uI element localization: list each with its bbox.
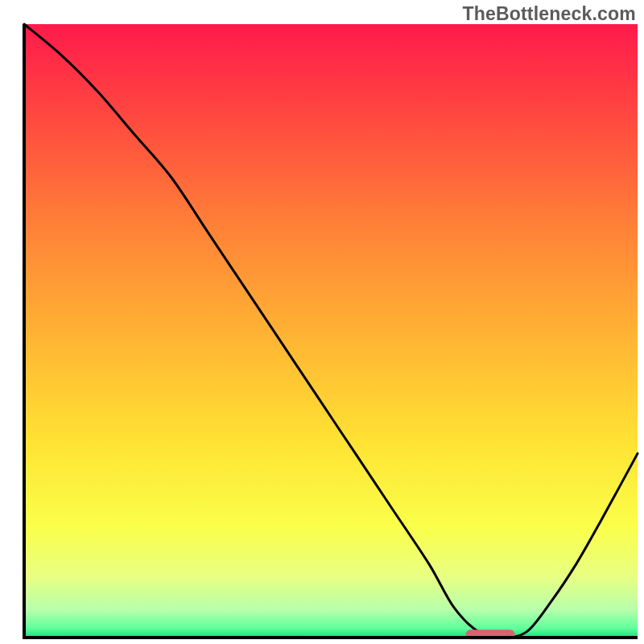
chart-canvas: TheBottleneck.com (0, 0, 644, 644)
bottleneck-chart (0, 0, 644, 644)
gradient-background (24, 24, 638, 638)
